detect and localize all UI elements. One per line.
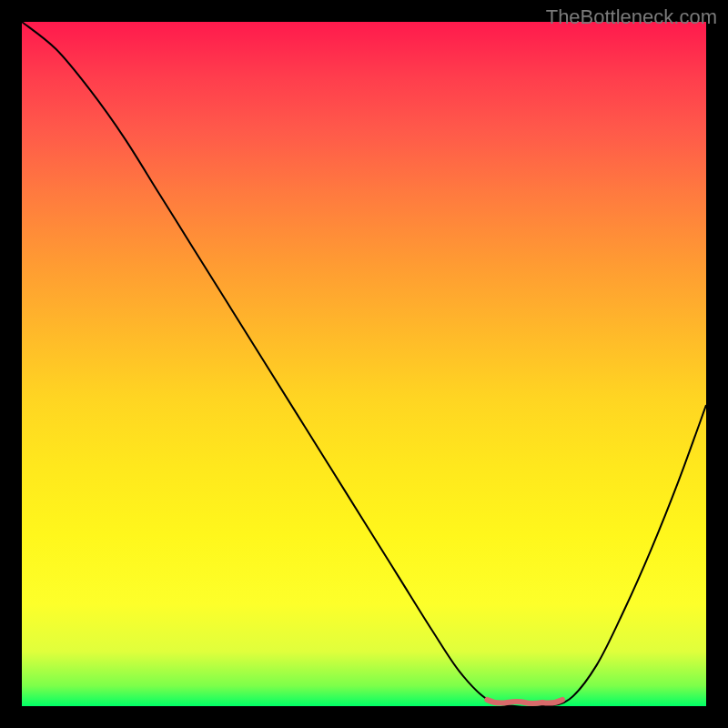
chart-svg [22, 22, 706, 706]
bottleneck-curve-line [22, 22, 706, 706]
watermark-label: TheBottleneck.com [546, 5, 717, 29]
optimal-range-marker [487, 700, 562, 703]
chart-plot-area [22, 22, 706, 706]
